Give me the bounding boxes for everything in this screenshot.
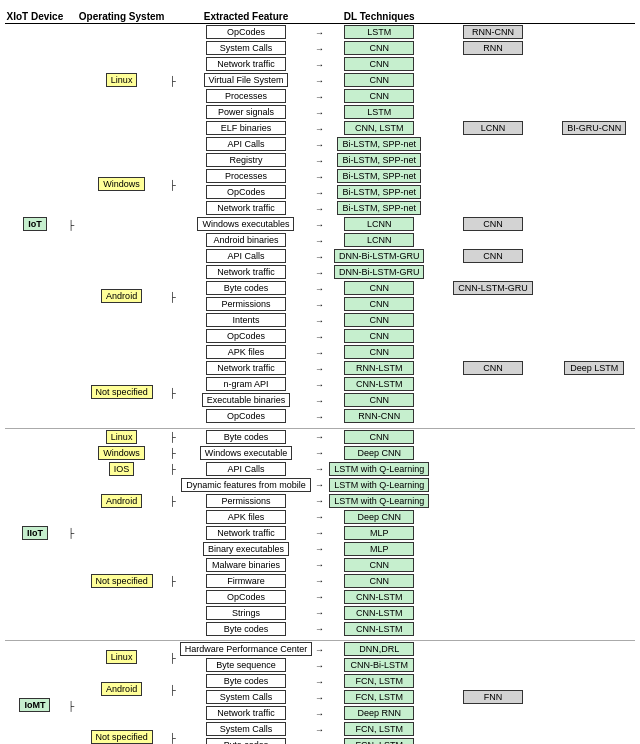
feature-cell: System Calls xyxy=(178,40,313,56)
ext2-cell xyxy=(553,589,635,605)
ext1-cell xyxy=(433,376,554,392)
ext1-cell: RNN-CNN xyxy=(433,24,554,41)
feature-arrow: → xyxy=(313,428,325,445)
ext2-cell xyxy=(553,721,635,737)
dl-cell: CNN xyxy=(326,428,433,445)
feature-cell: API Calls xyxy=(178,248,313,264)
ext2-cell xyxy=(553,72,635,88)
os-cell: Windows xyxy=(77,445,166,461)
ext1-cell xyxy=(433,428,554,445)
dl-cell: RNN-LSTM xyxy=(326,360,433,376)
dl-cell: Deep CNN xyxy=(326,445,433,461)
feature-arrow: → xyxy=(313,248,325,264)
feature-arrow: → xyxy=(313,56,325,72)
os-connector: ├ xyxy=(166,673,178,705)
ext2-cell xyxy=(553,152,635,168)
ext1-cell xyxy=(433,705,554,721)
feature-cell: System Calls xyxy=(178,721,313,737)
dl-cell: Bi-LSTM, SPP-net xyxy=(326,184,433,200)
os-connector: ├ xyxy=(166,232,178,360)
ext2-cell xyxy=(553,477,635,493)
feature-arrow: → xyxy=(313,360,325,376)
ext1-cell xyxy=(433,657,554,673)
ext2-cell xyxy=(553,573,635,589)
dl-cell: Deep RNN xyxy=(326,705,433,721)
ext2-cell xyxy=(553,621,635,637)
table-row: IIoT├Linux├Byte codes→CNN xyxy=(5,428,635,445)
feature-arrow: → xyxy=(313,168,325,184)
header-dl: DL Techniques xyxy=(326,10,433,24)
feature-cell: Network traffic xyxy=(178,56,313,72)
feature-arrow: → xyxy=(313,493,325,509)
ext2-cell xyxy=(553,200,635,216)
ext1-cell xyxy=(433,392,554,408)
ext1-cell xyxy=(433,493,554,509)
os-connector: ├ xyxy=(166,24,178,137)
ext1-cell xyxy=(433,605,554,621)
ext2-cell xyxy=(553,541,635,557)
os-connector: ├ xyxy=(166,136,178,232)
feature-arrow: → xyxy=(313,264,325,280)
feature-cell: APK files xyxy=(178,509,313,525)
os-connector: ├ xyxy=(166,360,178,424)
dl-cell: CNN-LSTM xyxy=(326,605,433,621)
feature-arrow: → xyxy=(313,657,325,673)
device-cell: IoT xyxy=(5,24,65,425)
ext2-cell: Deep LSTM xyxy=(553,360,635,376)
feature-arrow: → xyxy=(313,689,325,705)
ext1-cell: CNN-LSTM-GRU xyxy=(433,280,554,296)
ext2-cell xyxy=(553,88,635,104)
table-row: Windows├Windows executable→Deep CNN xyxy=(5,445,635,461)
table-row: IOS├API Calls→LSTM with Q-Learning xyxy=(5,461,635,477)
ext1-cell: CNN xyxy=(433,216,554,232)
os-connector: ├ xyxy=(166,705,178,744)
os-connector: ├ xyxy=(166,428,178,445)
table-row: Windows├API Calls→Bi-LSTM, SPP-net xyxy=(5,136,635,152)
dl-cell: RNN-CNN xyxy=(326,408,433,424)
feature-cell: Registry xyxy=(178,152,313,168)
feature-cell: Windows executables xyxy=(178,216,313,232)
ext2-cell xyxy=(553,232,635,248)
device-connector: ├ xyxy=(65,24,77,425)
feature-arrow: → xyxy=(313,136,325,152)
device-connector: ├ xyxy=(65,641,77,745)
feature-arrow: → xyxy=(313,280,325,296)
dl-cell: CNN xyxy=(326,392,433,408)
ext1-cell xyxy=(433,557,554,573)
feature-cell: Android binaries xyxy=(178,232,313,248)
feature-cell: Malware binaries xyxy=(178,557,313,573)
dl-cell: CNN xyxy=(326,280,433,296)
dl-cell: CNN-LSTM xyxy=(326,376,433,392)
ext1-cell xyxy=(433,641,554,658)
ext1-cell: CNN xyxy=(433,360,554,376)
os-cell: Android xyxy=(77,477,166,525)
dl-cell: CNN xyxy=(326,56,433,72)
dl-cell: FCN, LSTM xyxy=(326,689,433,705)
feature-arrow: → xyxy=(313,721,325,737)
dl-cell: MLP xyxy=(326,541,433,557)
device-cell: IoMT xyxy=(5,641,65,745)
feature-cell: Firmware xyxy=(178,573,313,589)
feature-cell: Byte codes xyxy=(178,621,313,637)
ext2-cell xyxy=(553,312,635,328)
dl-cell: CNN xyxy=(326,344,433,360)
header-ext1 xyxy=(433,10,554,24)
feature-arrow: → xyxy=(313,477,325,493)
feature-arrow: → xyxy=(313,104,325,120)
ext1-cell xyxy=(433,88,554,104)
ext1-cell xyxy=(433,168,554,184)
dl-cell: LSTM with Q-Learning xyxy=(326,493,433,509)
feature-cell: OpCodes xyxy=(178,328,313,344)
feature-cell: Permissions xyxy=(178,296,313,312)
feature-arrow: → xyxy=(313,509,325,525)
ext1-cell xyxy=(433,328,554,344)
feature-cell: OpCodes xyxy=(178,184,313,200)
ext2-cell xyxy=(553,168,635,184)
os-cell: Linux xyxy=(77,24,166,137)
feature-arrow: → xyxy=(313,40,325,56)
os-cell: Not specified xyxy=(77,360,166,424)
feature-cell: Network traffic xyxy=(178,705,313,721)
ext2-cell xyxy=(553,56,635,72)
dl-cell: CNN-LSTM xyxy=(326,621,433,637)
ext1-cell xyxy=(433,721,554,737)
